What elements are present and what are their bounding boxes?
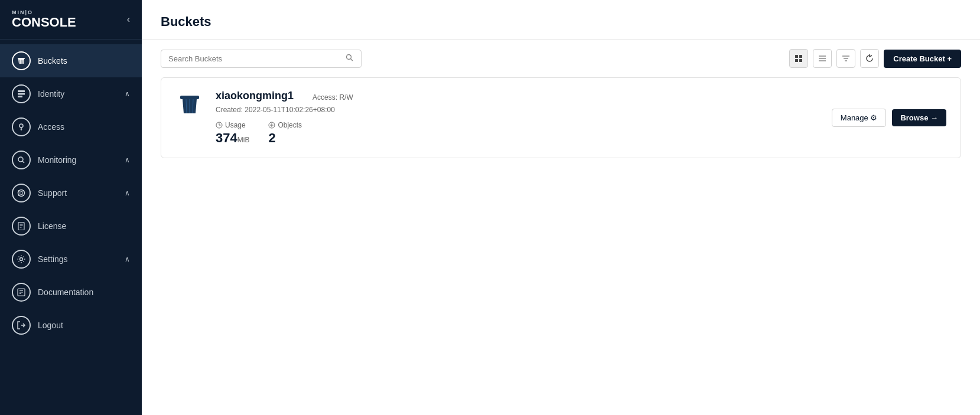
page-header: Buckets (142, 0, 980, 40)
svg-rect-6 (18, 93, 25, 95)
svg-point-28 (347, 54, 351, 59)
bucket-access: Access: R/W (312, 93, 353, 102)
bucket-stats: Usage 374MiB (216, 121, 353, 146)
filter-button[interactable] (836, 49, 855, 68)
svg-point-13 (20, 192, 23, 195)
manage-button[interactable]: Manage ⚙ (832, 109, 887, 127)
refresh-button[interactable] (860, 49, 879, 68)
logout-icon (12, 316, 31, 335)
sidebar-item-label-identity: Identity (38, 89, 64, 99)
search-box (161, 50, 362, 68)
list-view-button[interactable] (813, 49, 832, 68)
sidebar-nav: Buckets Identity ∧ Access (0, 40, 142, 415)
access-icon (12, 117, 31, 136)
settings-chevron: ∧ (125, 255, 130, 263)
bucket-card: xiaokongming1 Access: R/W Created: 2022-… (161, 77, 961, 158)
logo-console: CONSOLE (12, 15, 76, 30)
bucket-info: xiaokongming1 Access: R/W Created: 2022-… (216, 90, 353, 146)
sidebar-item-buckets[interactable]: Buckets (0, 44, 142, 77)
svg-rect-5 (18, 90, 25, 92)
usage-value: 374MiB (216, 130, 249, 146)
search-input[interactable] (168, 54, 343, 63)
svg-point-22 (20, 258, 23, 261)
sidebar-item-identity[interactable]: Identity ∧ (0, 77, 142, 110)
svg-rect-7 (18, 96, 22, 97)
sidebar: MIN|O CONSOLE ‹ Buckets (0, 0, 142, 415)
sidebar-item-label-logout: Logout (38, 321, 63, 330)
objects-stat: Objects 2 (268, 121, 302, 146)
grid-view-button[interactable] (789, 49, 808, 68)
svg-rect-9 (21, 129, 22, 130)
sidebar-item-support[interactable]: Support ∧ (0, 177, 142, 210)
bucket-created: Created: 2022-05-11T10:02:26+08:00 (216, 106, 353, 114)
bucket-left: xiaokongming1 Access: R/W Created: 2022-… (175, 90, 832, 146)
sidebar-item-label-support: Support (38, 188, 67, 198)
sidebar-logo: MIN|O CONSOLE ‹ (0, 0, 142, 40)
sidebar-item-license[interactable]: License (0, 210, 142, 243)
sidebar-item-access[interactable]: Access (0, 110, 142, 143)
svg-rect-32 (795, 59, 798, 62)
svg-rect-30 (795, 55, 798, 58)
sidebar-collapse-button[interactable]: ‹ (127, 14, 130, 25)
documentation-icon (12, 283, 31, 302)
svg-rect-33 (799, 59, 802, 62)
bucket-actions: Manage ⚙ Browse → (832, 109, 946, 127)
monitoring-chevron: ∧ (125, 156, 130, 164)
create-bucket-button[interactable]: Create Bucket + (884, 50, 961, 68)
sidebar-item-monitoring[interactable]: Monitoring ∧ (0, 143, 142, 177)
svg-point-8 (19, 124, 23, 128)
objects-label-text: Objects (278, 121, 302, 129)
svg-line-11 (22, 161, 24, 163)
svg-rect-1 (18, 59, 24, 60)
bucket-name: xiaokongming1 (216, 90, 294, 102)
sidebar-item-documentation[interactable]: Documentation (0, 276, 142, 309)
identity-chevron: ∧ (125, 90, 130, 98)
monitoring-icon (12, 151, 31, 169)
svg-rect-31 (799, 55, 802, 58)
svg-point-10 (18, 157, 23, 162)
svg-rect-0 (18, 58, 25, 59)
sidebar-item-settings[interactable]: Settings ∧ (0, 243, 142, 276)
support-icon (12, 184, 31, 202)
usage-stat: Usage 374MiB (216, 121, 249, 146)
toolbar: Create Bucket + (142, 40, 980, 77)
main-content: Buckets (142, 0, 980, 415)
bucket-icon (175, 90, 204, 118)
search-button[interactable] (343, 54, 354, 64)
svg-line-29 (351, 58, 353, 61)
objects-value: 2 (268, 130, 302, 146)
svg-rect-40 (180, 96, 199, 99)
sidebar-item-label-documentation: Documentation (38, 287, 93, 297)
logo-text: MIN|O CONSOLE (12, 9, 76, 30)
browse-button[interactable]: Browse → (892, 109, 946, 126)
page-title: Buckets (161, 14, 961, 30)
sidebar-item-label-monitoring: Monitoring (38, 155, 76, 165)
objects-label: Objects (268, 121, 302, 129)
identity-icon (12, 84, 31, 103)
settings-icon (12, 250, 31, 269)
support-chevron: ∧ (125, 189, 130, 197)
license-icon (12, 217, 31, 236)
sidebar-item-label-buckets: Buckets (38, 56, 67, 66)
sidebar-item-label-license: License (38, 221, 66, 231)
usage-label: Usage (216, 121, 249, 129)
buckets-list: xiaokongming1 Access: R/W Created: 2022-… (142, 77, 980, 415)
bucket-top-row: xiaokongming1 Access: R/W (216, 90, 353, 104)
sidebar-item-logout[interactable]: Logout (0, 309, 142, 342)
sidebar-item-label-access: Access (38, 122, 64, 132)
sidebar-item-label-settings: Settings (38, 254, 68, 264)
usage-label-text: Usage (225, 121, 246, 129)
buckets-icon (12, 51, 31, 70)
